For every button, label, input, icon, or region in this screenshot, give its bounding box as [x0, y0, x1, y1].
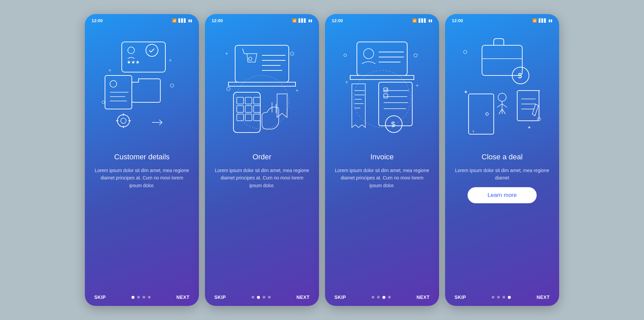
svg-text:+: + [345, 79, 348, 85]
phone-screen-3: 12:00 📶 ▋▋▋ ▮▮ [325, 14, 439, 306]
learn-more-button[interactable]: Learn more [468, 187, 537, 203]
next-button-1[interactable]: NEXT [176, 295, 190, 300]
wifi-icon-3: 📶 [412, 18, 417, 23]
svg-rect-28 [254, 97, 260, 104]
next-button-3[interactable]: NEXT [417, 295, 430, 300]
next-button-4[interactable]: NEXT [537, 295, 550, 300]
svg-point-17 [170, 84, 174, 87]
dot-4-2 [497, 296, 500, 299]
customer-details-illustration: ★★★ + + [95, 35, 189, 143]
screens-container: 12:00 📶 ▋▋▋ ▮▮ ★★★ [85, 14, 559, 306]
screen-title-3: Invoice [370, 153, 394, 161]
svg-point-63 [414, 54, 417, 57]
svg-rect-32 [237, 114, 244, 121]
dot-2-3 [263, 296, 265, 299]
svg-text:✦: ✦ [472, 129, 475, 133]
illustration-4: $ ✦ ✦ ✦ ✦ [445, 25, 559, 153]
svg-rect-42 [357, 42, 407, 75]
status-bar-2: 12:00 📶 ▋▋▋ ▮▮ [205, 14, 319, 25]
dot-1-1 [131, 296, 135, 299]
dot-3-3 [382, 296, 385, 299]
phone-screen-1: 12:00 📶 ▋▋▋ ▮▮ ★★★ [85, 14, 199, 306]
svg-text:+: + [169, 57, 172, 63]
nav-bar-1: SKIP NEXT [85, 290, 199, 306]
status-icons-4: 📶 ▋▋▋ ▮▮ [532, 18, 552, 23]
content-1: Customer details Lorem ipsum dolor sit d… [85, 153, 199, 290]
status-time-4: 12:00 [452, 18, 463, 23]
phone-screen-2: 12:00 📶 ▋▋▋ ▮▮ [205, 14, 319, 306]
svg-point-43 [364, 49, 374, 59]
screen-title-4: Close a deal [482, 153, 523, 161]
wifi-icon-2: 📶 [292, 18, 297, 23]
dot-3-4 [388, 296, 391, 299]
svg-point-71 [486, 113, 488, 115]
order-illustration: + + [215, 35, 309, 143]
illustration-2: + + [205, 25, 319, 153]
wifi-icon-4: 📶 [532, 18, 537, 23]
svg-point-39 [290, 52, 294, 55]
svg-point-3 [128, 47, 135, 54]
illustration-3: $ + + [325, 25, 439, 153]
dot-1-4 [148, 296, 151, 299]
svg-point-9 [117, 115, 129, 127]
dot-3-1 [372, 296, 374, 299]
status-icons-2: 📶 ▋▋▋ ▮▮ [292, 18, 312, 23]
svg-text:✦: ✦ [527, 125, 531, 130]
skip-button-2[interactable]: SKIP [214, 295, 226, 300]
svg-point-65 [354, 70, 411, 127]
phone-screen-4: 12:00 📶 ▋▋▋ ▮▮ $ [445, 14, 559, 306]
dot-4-3 [502, 296, 505, 299]
status-bar-4: 12:00 📶 ▋▋▋ ▮▮ [445, 14, 559, 25]
signal-icon: ▋▋▋ [178, 18, 186, 23]
content-3: Invoice Lorem ipsum dolor sit dim amet, … [325, 153, 439, 290]
svg-rect-57 [384, 88, 388, 92]
svg-rect-33 [245, 114, 252, 121]
skip-button-1[interactable]: SKIP [94, 295, 106, 300]
dot-1-3 [143, 296, 145, 299]
dot-4-1 [492, 296, 494, 299]
svg-point-10 [121, 118, 126, 123]
svg-point-40 [227, 87, 230, 91]
screen-body-3: Lorem ipsum dolor sit dim amet, mea regi… [334, 167, 430, 189]
close-deal-illustration: $ ✦ ✦ ✦ ✦ [455, 35, 549, 143]
battery-icon-4: ▮▮ [548, 18, 552, 23]
svg-point-20 [249, 57, 252, 60]
screen-body-1: Lorem ipsum dolor sit dim amet, mea regi… [94, 167, 190, 189]
screen-body-4: Lorem ipsum dolor sit dim amet, mea regi… [454, 167, 550, 182]
dot-4-4 [508, 296, 511, 299]
status-time-3: 12:00 [332, 18, 343, 23]
nav-dots-1 [131, 296, 151, 299]
nav-dots-3 [372, 296, 391, 299]
status-icons-3: 📶 ▋▋▋ ▮▮ [412, 18, 432, 23]
status-time-2: 12:00 [212, 18, 223, 23]
illustration-1: ★★★ + + [85, 25, 199, 153]
screen-body-2: Lorem ipsum dolor sit dim amet, mea regi… [214, 167, 310, 189]
svg-text:✦: ✦ [464, 89, 468, 95]
svg-text:✦: ✦ [537, 89, 541, 93]
svg-text:+: + [225, 51, 228, 56]
svg-rect-74 [517, 91, 539, 121]
nav-bar-2: SKIP NEXT [205, 290, 319, 306]
svg-rect-31 [254, 106, 260, 112]
skip-button-4[interactable]: SKIP [454, 295, 466, 300]
svg-rect-0 [122, 42, 165, 72]
dot-2-1 [252, 296, 254, 299]
svg-point-5 [110, 81, 117, 87]
nav-dots-4 [492, 296, 511, 299]
skip-button-3[interactable]: SKIP [334, 295, 346, 300]
battery-icon: ▮▮ [188, 18, 192, 23]
battery-icon-2: ▮▮ [308, 18, 312, 23]
svg-point-82 [464, 50, 467, 54]
svg-text:$: $ [518, 71, 522, 80]
dot-1-2 [137, 296, 140, 299]
svg-rect-70 [469, 94, 494, 134]
svg-text:★★★: ★★★ [127, 59, 140, 65]
svg-rect-29 [237, 106, 244, 112]
status-bar-1: 12:00 📶 ▋▋▋ ▮▮ [85, 14, 199, 25]
signal-icon-3: ▋▋▋ [419, 18, 427, 23]
next-button-2[interactable]: NEXT [297, 295, 310, 300]
wifi-icon: 📶 [172, 18, 177, 23]
svg-text:$: $ [391, 120, 395, 128]
svg-rect-66 [482, 45, 522, 75]
nav-bar-3: SKIP NEXT [325, 290, 439, 306]
